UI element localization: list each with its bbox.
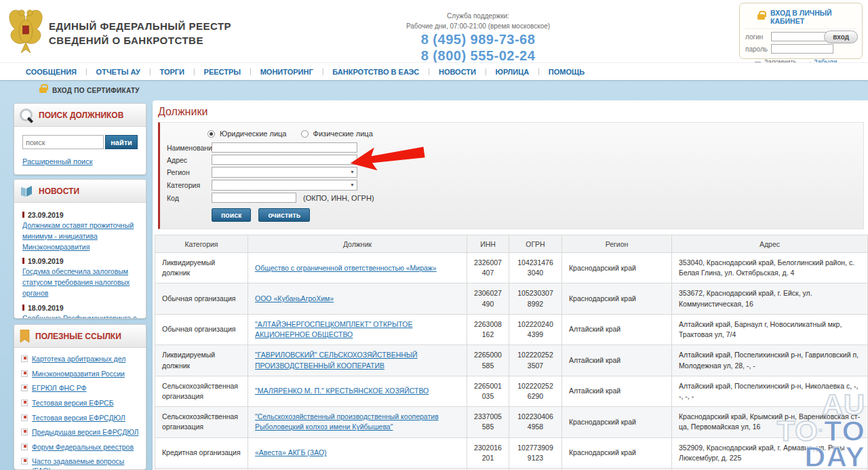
nav-item-8[interactable]: ЮРЛИЦА	[496, 68, 530, 76]
table-row: Сельскохозяйственная организация"Сельско…	[155, 407, 868, 437]
debtor-link[interactable]: Общество с ограниченной ответственностью…	[255, 264, 437, 272]
useful-link-row: Предыдущая версия ЕФРСДЮЛ	[21, 428, 139, 437]
column-header: Категория	[155, 235, 248, 253]
ogrn-cell: 1027739099123	[509, 437, 562, 468]
book-icon	[20, 185, 33, 197]
debtor-link[interactable]: "МАЛЯРЕНКО М. П." КРЕСТЬЯНСКОЕ ХОЗЯЙСТВО	[255, 387, 429, 395]
site-header: ЕДИНЫЙ ФЕДЕРАЛЬНЫЙ РЕЕСТР СВЕДЕНИЙ О БАН…	[0, 0, 868, 62]
useful-link[interactable]: Часто задаваемые вопросы (FAQ)	[32, 457, 139, 470]
category-cell: Сельскохозяйственная организация	[155, 407, 248, 437]
cert-login-bar[interactable]: ВХОД ПО СЕРТИФИКАТУ	[0, 83, 868, 98]
page-title: Должники	[153, 100, 868, 122]
ogrn-cell: 1022202404399	[509, 314, 562, 345]
nav-item-7[interactable]: НОВОСТИ	[439, 68, 476, 76]
useful-link[interactable]: Тестовая версия ЕФРСДЮЛ	[32, 414, 125, 423]
search-button[interactable]: поиск	[212, 208, 251, 222]
address-cell: 353040, Краснодарский край, Белоглинский…	[672, 253, 868, 283]
useful-link[interactable]: Тестовая версия ЕФРСБ	[32, 399, 114, 408]
cert-login-label: ВХОД ПО СЕРТИФИКАТУ	[52, 87, 140, 94]
useful-link-row: Часто задаваемые вопросы (FAQ)	[21, 457, 139, 470]
panel-title: ПОИСК ДОЛЖНИКОВ	[39, 111, 123, 120]
external-link-icon	[21, 399, 28, 406]
nav-item-9[interactable]: ПОМОЩЬ	[549, 68, 585, 76]
ogrn-cell: 1022304064958	[509, 407, 562, 437]
find-button[interactable]: найти	[105, 135, 138, 149]
panel-header: ПОИСК ДОЛЖНИКОВ	[14, 104, 146, 127]
useful-link[interactable]: Форум Федеральных реестров	[32, 443, 134, 452]
nav-separator: |	[428, 68, 430, 75]
useful-link[interactable]: Минэкономразвития России	[32, 370, 125, 379]
date-bar-icon	[22, 212, 24, 218]
table-row: Обычная организацияООО «КубаньАгроХим»23…	[155, 283, 868, 314]
debtor-link[interactable]: "ГАВРИЛОВСКИЙ" СЕЛЬСКОХОЗЯЙСТВЕННЫЙ ПРОИ…	[255, 351, 418, 369]
login-label: логин	[745, 33, 771, 41]
code-label: Код	[167, 194, 212, 202]
login-submit-button[interactable]: вход	[824, 31, 858, 43]
region-cell: Краснодарский край	[562, 253, 672, 283]
news-item: 18.09.2019Сообщение Росфинмониторинга о …	[22, 304, 138, 319]
table-row: Кредитная организация«Авеста» АКГБ (ЗАО)…	[155, 437, 868, 468]
inn-cell: 2302016201	[467, 437, 509, 468]
debtor-cell: "АЛТАЙЭНЕРГОСПЕЦКОМПЛЕКТ" ОТКРЫТОЕ АКЦИО…	[248, 314, 467, 345]
login-panel: ВХОД В ЛИЧНЫЙ КАБИНЕТ логин пароль вход …	[739, 3, 863, 59]
external-link-icon	[21, 444, 28, 450]
region-cell: Алтайский край	[562, 376, 672, 406]
useful-links-list: Картотека арбитражных делМинэкономразвит…	[14, 348, 146, 470]
debtor-link[interactable]: "Сельскохозяйственный производственный к…	[255, 412, 439, 431]
login-title: ВХОД В ЛИЧНЫЙ КАБИНЕТ	[770, 9, 856, 25]
ogrn-cell: 1022202523507	[509, 345, 562, 376]
news-link[interactable]: Сообщение Росфинмониторинга о предоставл…	[22, 313, 138, 319]
news-link[interactable]: Должникам оставят прожиточный минимум - …	[22, 220, 138, 252]
debtor-link[interactable]: "АЛТАЙЭНЕРГОСПЕЦКОМПЛЕКТ" ОТКРЫТОЕ АКЦИО…	[255, 320, 412, 338]
nav-item-4[interactable]: РЕЕСТРЫ	[204, 68, 241, 76]
address-cell: Алтайский край, Барнаул г, Новосиликатны…	[672, 314, 868, 345]
code-input[interactable]	[212, 193, 296, 203]
debtor-cell: "МАЛЯРЕНКО М. П." КРЕСТЬЯНСКОЕ ХОЗЯЙСТВО	[248, 376, 467, 406]
debtor-link[interactable]: ООО «КубаньАгроХим»	[255, 294, 334, 302]
category-label: Категория	[167, 181, 212, 189]
external-link-icon	[21, 355, 28, 362]
site-title: ЕДИНЫЙ ФЕДЕРАЛЬНЫЙ РЕЕСТР СВЕДЕНИЙ О БАН…	[49, 19, 231, 47]
address-input[interactable]	[212, 155, 357, 165]
useful-link[interactable]: ЕГРЮЛ ФНС РФ	[32, 384, 87, 393]
useful-link[interactable]: Предыдущая версия ЕФРСДЮЛ	[32, 428, 138, 437]
useful-link[interactable]: Картотека арбитражных дел	[32, 355, 125, 364]
nav-item-3[interactable]: ТОРГИ	[159, 68, 184, 76]
nav-item-6[interactable]: БАНКРОТСТВО В ЕАЭС	[332, 68, 419, 76]
nav-item-1[interactable]: СООБЩЕНИЯ	[26, 68, 77, 76]
clear-button[interactable]: очистить	[258, 208, 310, 222]
password-input[interactable]	[771, 44, 833, 54]
support-label: Служба поддержки:	[366, 11, 590, 21]
category-select[interactable]	[212, 180, 357, 191]
nav-separator: |	[149, 68, 151, 75]
individuals-radio[interactable]	[301, 130, 309, 138]
category-cell: Обычная организация	[155, 314, 248, 345]
table-row: Ликвидируемый должник"ГАВРИЛОВСКИЙ" СЕЛЬ…	[155, 345, 868, 376]
news-item: 19.09.2019Госдума обеспечила залоговым с…	[22, 257, 138, 298]
nav-item-2[interactable]: ОТЧЕТЫ АУ	[96, 68, 140, 76]
table-body: Ликвидируемый должникОбщество с ограниче…	[155, 253, 868, 470]
legal-entities-radio[interactable]	[208, 130, 215, 138]
category-cell: Ликвидируемый должник	[155, 345, 248, 376]
nav-item-5[interactable]: МОНИТОРИНГ	[260, 68, 313, 76]
news-date: 23.09.2019	[22, 211, 138, 219]
category-cell: Сельскохозяйственная организация	[155, 376, 248, 406]
news-date: 19.09.2019	[22, 257, 138, 265]
main-content: Должники Юридические лица Физические лиц…	[153, 100, 868, 470]
external-link-icon	[21, 429, 28, 435]
search-icon	[20, 109, 33, 122]
region-label: Регион	[167, 168, 212, 176]
panel-title: НОВОСТИ	[39, 187, 79, 196]
nav-separator: |	[538, 68, 540, 75]
news-link[interactable]: Госдума обеспечила залоговым статусом тр…	[22, 267, 138, 298]
nav-separator: |	[250, 68, 252, 75]
region-cell: Краснодарский край	[562, 437, 672, 468]
table-header-row: КатегорияДолжникИННОГРНРегионАдрес	[155, 235, 868, 253]
region-select[interactable]	[212, 167, 357, 178]
news-item: 23.09.2019Должникам оставят прожиточный …	[22, 211, 138, 252]
name-input[interactable]	[212, 142, 357, 153]
external-link-icon	[21, 385, 28, 391]
advanced-search-link[interactable]: Расширенный поиск	[22, 157, 93, 165]
debtor-link[interactable]: «Авеста» АКГБ (ЗАО)	[255, 448, 327, 456]
sidebar-search-input[interactable]	[22, 135, 104, 149]
